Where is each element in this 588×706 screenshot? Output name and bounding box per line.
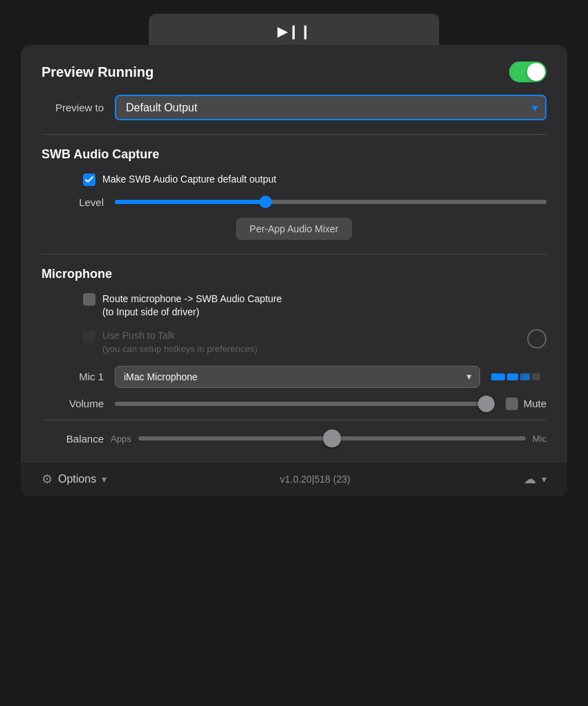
level-slider-thumb — [259, 196, 272, 208]
balance-label: Balance — [42, 433, 104, 445]
page-wrapper: ▶❙❙ Preview Running Preview to Defaul — [0, 0, 588, 706]
mic-level-seg-2 — [507, 373, 518, 380]
mic1-row: Mic 1 iMac Microphone ▼ — [42, 366, 546, 388]
per-app-audio-mixer-button[interactable]: Per-App Audio Mixer — [236, 218, 352, 240]
preview-running-row: Preview Running — [42, 62, 546, 82]
main-panel: Preview Running Preview to Default Outpu… — [21, 45, 567, 496]
cloud-icon[interactable]: ☁ — [524, 472, 536, 487]
footer-right: ☁ ▾ — [524, 472, 546, 487]
checkmark-icon — [85, 176, 93, 183]
push-to-talk-checkbox[interactable] — [83, 331, 95, 343]
preview-to-select[interactable]: Default Output — [115, 95, 546, 120]
push-to-talk-text: Use Push to Talk(you can setup hotkeys i… — [102, 329, 520, 356]
panel-content: Preview Running Preview to Default Outpu… — [21, 45, 567, 445]
preview-to-label: Preview to — [42, 102, 104, 113]
mic-level-seg-3 — [520, 373, 530, 380]
level-slider[interactable] — [115, 200, 546, 204]
mic-level-bar — [491, 373, 546, 380]
push-to-talk-label: Use Push to Talk(you can setup hotkeys i… — [102, 330, 257, 355]
mic1-select-wrapper: iMac Microphone ▼ — [115, 366, 480, 388]
volume-slider-thumb — [478, 396, 495, 412]
balance-row: Balance Apps Mic — [42, 433, 546, 445]
preview-to-row: Preview to Default Output ▼ — [42, 95, 546, 120]
make-default-checkbox[interactable] — [83, 174, 95, 186]
version-text: v1.0.20|518 (23) — [280, 474, 351, 485]
toggle-track — [509, 62, 546, 82]
options-label: Options — [58, 473, 96, 485]
mute-checkbox[interactable] — [506, 398, 518, 410]
mute-label: Mute — [524, 398, 546, 409]
balance-slider-thumb — [323, 429, 341, 447]
push-to-talk-row: Use Push to Talk(you can setup hotkeys i… — [42, 329, 546, 356]
divider-1 — [42, 134, 546, 135]
route-mic-checkbox[interactable] — [83, 293, 95, 306]
mic-balance-right-label: Mic — [533, 434, 546, 444]
route-mic-label: Route microphone -> SWB Audio Capture(to… — [102, 292, 282, 319]
push-to-talk-left: Use Push to Talk(you can setup hotkeys i… — [83, 329, 520, 356]
level-slider-fill — [115, 200, 266, 204]
toggle-thumb — [527, 63, 545, 81]
route-mic-row: Route microphone -> SWB Audio Capture(to… — [42, 292, 546, 319]
level-row: Level — [42, 196, 546, 208]
mic1-label: Mic 1 — [42, 371, 104, 382]
volume-row: Volume Mute — [42, 398, 546, 410]
mic1-select[interactable]: iMac Microphone — [115, 366, 480, 388]
gear-icon: ⚙ — [42, 472, 53, 487]
mute-group: Mute — [506, 398, 546, 410]
top-icon-bar: ▶❙❙ — [149, 14, 439, 48]
make-default-row: Make SWB Audio Capture default output — [42, 173, 546, 187]
level-label: Level — [42, 196, 104, 208]
divider-2 — [42, 254, 546, 254]
options-left: ⚙ Options ▾ — [42, 472, 107, 487]
balance-slider[interactable] — [138, 436, 526, 440]
footer: ⚙ Options ▾ v1.0.20|518 (23) ☁ ▾ — [21, 461, 567, 496]
apps-label: Apps — [111, 434, 131, 444]
per-app-row: Per-App Audio Mixer — [42, 218, 546, 240]
swb-title: SWB Audio Capture — [42, 147, 546, 162]
options-chevron-icon[interactable]: ▾ — [102, 474, 107, 485]
mic-level-seg-4 — [532, 373, 540, 380]
waveform-icon: ▶❙❙ — [277, 23, 311, 39]
microphone-title: Microphone — [42, 267, 546, 281]
preview-running-title: Preview Running — [42, 64, 154, 80]
volume-slider[interactable] — [115, 402, 495, 406]
divider-3 — [42, 420, 546, 420]
preview-running-toggle[interactable] — [509, 62, 546, 82]
push-to-talk-circle — [527, 329, 546, 349]
preview-to-select-wrapper: Default Output ▼ — [115, 95, 546, 120]
mic-level-seg-1 — [491, 373, 505, 380]
make-default-label: Make SWB Audio Capture default output — [102, 173, 276, 187]
volume-label: Volume — [42, 398, 104, 409]
footer-chevron-icon[interactable]: ▾ — [542, 474, 546, 485]
